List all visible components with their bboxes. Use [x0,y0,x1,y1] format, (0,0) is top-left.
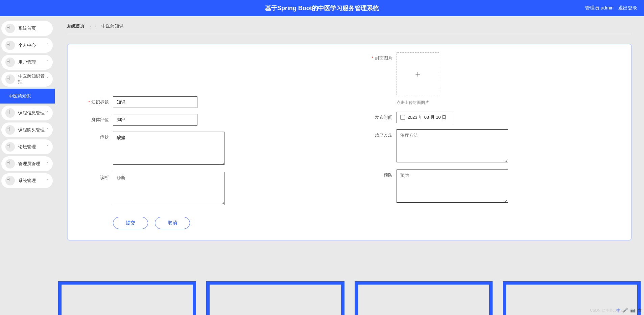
breadcrumb: 系统首页 ⋮⋮ 中医药知识 [67,23,632,34]
background-decoration [55,274,644,315]
sidebar-item-tcm-knowledge[interactable]: 中医药知识管理 ˄ [1,72,53,87]
sidebar-submenu-knowledge[interactable]: 中医药知识 [0,89,55,104]
menu-icon [5,142,15,152]
treatment-label: 治疗方法 [365,129,397,138]
body-label: 身体部位 [81,114,113,123]
chevron-down-icon: ˅ [47,161,49,166]
plus-icon: ＋ [413,68,422,80]
title-input[interactable] [113,96,197,108]
user-role: 管理员 admin [585,5,614,10]
breadcrumb-current: 中医药知识 [101,23,123,29]
submit-button[interactable]: 提交 [113,217,148,229]
title-label: *知识标题 [81,96,113,105]
sidebar-item-course-purchase[interactable]: 课程购买管理 ˅ [1,122,53,137]
menu-icon [5,24,15,33]
chevron-up-icon: ˄ [47,77,49,82]
breadcrumb-separator-icon: ⋮⋮ [89,24,97,29]
sidebar-item-users[interactable]: 用户管理 ˅ [1,55,53,70]
menu-icon [5,159,15,168]
chevron-down-icon: ˅ [47,60,49,65]
chevron-down-icon: ˅ [47,178,49,183]
upload-hint: 点击上传封面图片 [397,100,439,106]
chevron-down-icon: ˅ [47,43,49,48]
chevron-down-icon: ˅ [47,128,49,132]
menu-icon [5,176,15,185]
sidebar-item-course-info[interactable]: 课程信息管理 ˅ [1,106,53,120]
logout-link[interactable]: 退出登录 [618,5,637,10]
cover-upload[interactable]: ＋ [397,52,439,95]
sidebar-item-forum[interactable]: 论坛管理 ˅ [1,139,53,154]
app-header: 基于Spring Boot的中医学习服务管理系统 管理员 admin 退出登录 [0,0,644,16]
treatment-textarea[interactable] [397,129,508,162]
breadcrumb-home[interactable]: 系统首页 [67,23,85,29]
app-title: 基于Spring Boot的中医学习服务管理系统 [265,4,379,12]
sidebar: 系统首页 个人中心 ˅ 用户管理 ˅ 中医药知识管理 ˄ 中医药知识 课程信息管… [0,16,55,315]
symptom-label: 症状 [81,132,113,140]
menu-icon [5,58,15,67]
calendar-icon [400,115,405,120]
chevron-down-icon: ˅ [47,144,49,149]
sidebar-item-system[interactable]: 系统管理 ˅ [1,173,53,188]
sidebar-item-home[interactable]: 系统首页 [1,21,53,36]
cancel-button[interactable]: 取消 [155,217,190,229]
cover-label: *封面图片 [365,52,397,61]
prevention-textarea[interactable] [397,170,508,203]
body-part-input[interactable] [113,114,197,126]
diagnosis-textarea[interactable] [113,172,224,205]
date-label: 发布时间 [365,112,397,120]
form-card: *知识标题 身体部位 症状 诊断 [67,44,632,241]
prevention-label: 预防 [365,170,397,178]
menu-icon [5,74,15,84]
header-user-area: 管理员 admin 退出登录 [582,5,637,11]
chevron-down-icon: ˅ [47,111,49,115]
symptom-textarea[interactable] [113,132,224,165]
diagnosis-label: 诊断 [81,172,113,181]
menu-icon [5,125,15,135]
menu-icon [5,108,15,118]
menu-icon [5,41,15,50]
sidebar-item-admin[interactable]: 管理员管理 ˅ [1,156,53,171]
ime-tray: 中🎤📷🗑 [616,308,642,314]
main-content: 系统首页 ⋮⋮ 中医药知识 *知识标题 身体部位 症状 [55,16,644,315]
sidebar-item-profile[interactable]: 个人中心 ˅ [1,38,53,53]
date-input[interactable]: 2023 年 03 月 10 日 [397,112,454,123]
